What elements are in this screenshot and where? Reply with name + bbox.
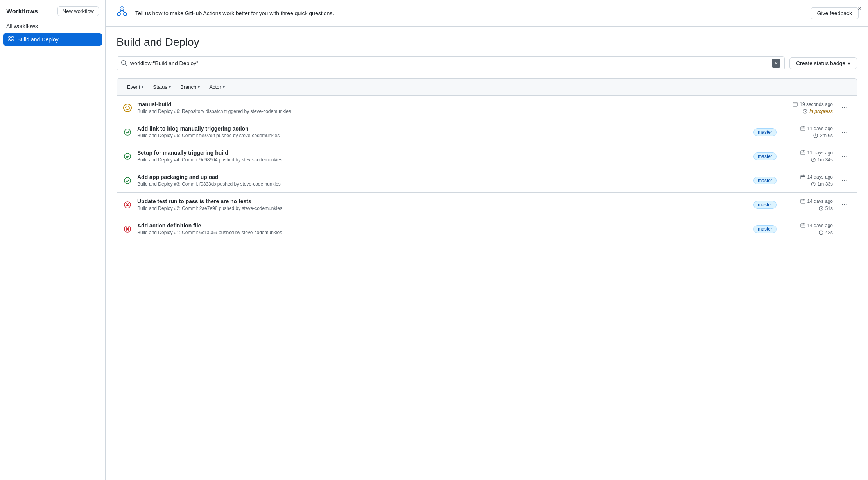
status-failure-icon [123, 225, 132, 233]
duration-text: 42s [825, 230, 833, 235]
svg-point-25 [124, 153, 131, 159]
actor-chevron-icon: ▾ [223, 85, 225, 89]
workflow-run-duration: 1m 33s [811, 181, 833, 187]
branch-badge: master [753, 225, 777, 233]
workflow-run-name: Setup for manually triggering build [137, 150, 748, 156]
workflow-run-duration: 2m 6s [813, 133, 833, 138]
calendar-icon [800, 150, 805, 155]
workflow-list: manual-build Build and Deploy #6: Reposi… [117, 95, 857, 241]
more-options-button[interactable]: ··· [838, 223, 850, 235]
status-chevron-icon: ▾ [169, 85, 171, 89]
status-success-icon [123, 176, 132, 185]
workflow-run-item[interactable]: Setup for manually triggering build Buil… [117, 144, 857, 168]
workflow-run-meta: 14 days ago 1m 33s [782, 174, 833, 187]
sidebar-title: Workflows [6, 8, 38, 15]
status-failure-icon [123, 201, 132, 209]
workflow-info: Setup for manually triggering build Buil… [137, 150, 748, 163]
workflow-run-sub: Build and Deploy #1: Commit 6c1a059 push… [137, 230, 748, 235]
more-options-button[interactable]: ··· [838, 126, 850, 138]
svg-rect-20 [801, 127, 805, 131]
workflow-run-item[interactable]: Add action definition file Build and Dep… [117, 217, 857, 241]
more-options-button[interactable]: ··· [838, 199, 850, 210]
search-clear-button[interactable]: ✕ [772, 59, 780, 68]
status-in-progress-icon [123, 104, 132, 112]
workflow-run-sub: Build and Deploy #2: Commit 2ae7e98 push… [137, 206, 748, 211]
svg-line-11 [122, 11, 125, 13]
more-options-button[interactable]: ··· [838, 102, 850, 113]
workflow-info: manual-build Build and Deploy #6: Reposi… [137, 101, 777, 114]
time-text: 11 days ago [807, 150, 833, 156]
event-chevron-icon: ▾ [142, 85, 143, 89]
event-filter-button[interactable]: Event ▾ [123, 82, 147, 91]
workflow-run-meta: 19 seconds ago In progress [782, 102, 833, 114]
sidebar-item-build-and-deploy[interactable]: Build and Deploy [3, 33, 102, 46]
workflow-run-time: 11 days ago [800, 150, 833, 156]
feedback-banner: Tell us how to make GitHub Actions work … [106, 0, 868, 27]
workflow-run-name: Update test run to pass is there are no … [137, 198, 748, 204]
workflow-run-item[interactable]: Add link to blog manually triggering act… [117, 120, 857, 144]
duration-text: In progress [809, 109, 833, 114]
workflow-run-duration: 51s [819, 206, 833, 211]
workflow-run-time: 14 days ago [800, 223, 833, 228]
time-text: 11 days ago [807, 126, 833, 131]
workflow-run-sub: Build and Deploy #6: Repository dispatch… [137, 109, 777, 114]
search-row: ✕ Create status badge ▾ [117, 56, 857, 70]
workflow-run-item[interactable]: manual-build Build and Deploy #6: Reposi… [117, 96, 857, 120]
more-options-button[interactable]: ··· [838, 150, 850, 162]
workflow-run-duration: In progress [803, 109, 833, 114]
workflow-icon [8, 36, 14, 43]
calendar-icon [800, 126, 805, 131]
search-input[interactable] [130, 60, 772, 66]
workflow-run-duration: 1m 34s [811, 157, 833, 163]
svg-point-0 [9, 36, 10, 38]
workflow-run-name: manual-build [137, 101, 777, 107]
give-feedback-button[interactable]: Give feedback [811, 7, 859, 19]
svg-point-3 [12, 39, 13, 41]
svg-point-8 [117, 13, 120, 16]
branch-badge: master [753, 128, 777, 136]
status-success-icon [123, 152, 132, 161]
event-filter-label: Event [127, 84, 140, 90]
page-title: Build and Deploy [117, 36, 857, 48]
svg-point-31 [124, 177, 131, 184]
svg-line-10 [119, 11, 122, 13]
branch-badge: master [753, 201, 777, 209]
create-status-badge-button[interactable]: Create status badge ▾ [789, 57, 857, 69]
workflow-run-item[interactable]: Update test run to pass is there are no … [117, 193, 857, 217]
sidebar-active-label: Build and Deploy [17, 36, 59, 43]
branch-chevron-icon: ▾ [198, 85, 200, 89]
branch-badge: master [753, 177, 777, 184]
workflow-run-time: 14 days ago [800, 199, 833, 204]
svg-marker-12 [121, 7, 123, 9]
actor-filter-button[interactable]: Actor ▾ [205, 82, 228, 91]
new-workflow-button[interactable]: New workflow [57, 6, 99, 16]
svg-point-2 [9, 39, 10, 41]
branch-filter-label: Branch [180, 84, 196, 90]
create-badge-chevron-icon: ▾ [848, 60, 850, 66]
svg-rect-38 [801, 199, 805, 203]
svg-rect-26 [801, 151, 805, 155]
all-workflows-link[interactable]: All workflows [0, 21, 105, 32]
workflow-run-sub: Build and Deploy #3: Commit f0333cb push… [137, 181, 748, 187]
duration-text: 51s [825, 206, 833, 211]
svg-point-1 [12, 36, 13, 38]
duration-text: 1m 34s [818, 157, 833, 163]
calendar-icon [800, 223, 805, 228]
feedback-banner-text: Tell us how to make GitHub Actions work … [135, 10, 804, 16]
workflow-run-item[interactable]: Add app packaging and upload Build and D… [117, 168, 857, 193]
status-filter-button[interactable]: Status ▾ [149, 82, 175, 91]
sidebar-header: Workflows New workflow [0, 6, 105, 21]
more-options-button[interactable]: ··· [838, 175, 850, 186]
workflow-run-name: Add app packaging and upload [137, 174, 748, 180]
workflow-run-meta: 11 days ago 2m 6s [782, 126, 833, 138]
filters-row: Event ▾ Status ▾ Branch ▾ Actor ▾ [117, 78, 857, 95]
actor-filter-label: Actor [209, 84, 221, 90]
branch-filter-button[interactable]: Branch ▾ [176, 82, 204, 91]
close-banner-button[interactable]: × [856, 3, 863, 14]
calendar-icon [800, 174, 805, 179]
svg-rect-14 [793, 102, 797, 106]
workflow-run-time: 19 seconds ago [793, 102, 833, 107]
workflow-run-meta: 14 days ago 42s [782, 223, 833, 235]
svg-point-9 [124, 13, 127, 16]
search-icon [121, 60, 127, 67]
